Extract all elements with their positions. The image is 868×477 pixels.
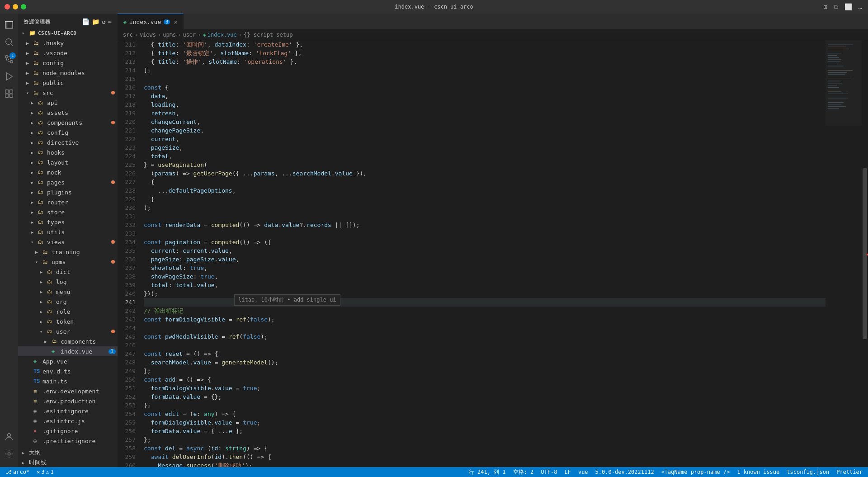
sidebar-item-utils[interactable]: ▶ 🗂 utils (18, 227, 118, 237)
root-label: CSCN-UI-ARCO (38, 30, 118, 36)
sidebar-item-types[interactable]: ▶ 🗂 types (18, 217, 118, 227)
status-errors[interactable]: ✕ 3 ⚠ 1 (35, 469, 56, 475)
folder-arrow: ▶ (31, 220, 38, 225)
sidebar-item-public[interactable]: ▶ 🗂 public (18, 78, 118, 88)
sidebar-item-pages[interactable]: ▶ 🗂 pages (18, 177, 118, 187)
code-line-242: // 弹出框标记 (144, 307, 826, 315)
status-issues[interactable]: 1 known issue (735, 469, 781, 475)
minimize-button[interactable] (13, 4, 18, 9)
tab-close-icon[interactable]: ✕ (174, 18, 177, 25)
sidebar-item-prettierignore[interactable]: ◎ .prettierignore (18, 436, 118, 446)
sidebar-item-upms[interactable]: ▾ 🗂 upms (18, 257, 118, 267)
sidebar-item-index-vue[interactable]: ◈ index.vue 3 (18, 346, 118, 356)
sidebar-item-app-vue[interactable]: ◈ App.vue (18, 356, 118, 366)
refresh-icon[interactable]: ↺ (102, 18, 106, 25)
status-encoding[interactable]: UTF-8 (539, 469, 559, 475)
folder-label-assets: assets (47, 109, 118, 116)
sidebar-item-components[interactable]: ▶ 🗂 components (18, 118, 118, 128)
ts-file-icon: TS (33, 368, 42, 374)
search-icon[interactable] (1, 34, 17, 50)
sidebar-item-assets[interactable]: ▶ 🗂 assets (18, 108, 118, 118)
breadcrumb-user[interactable]: user (183, 32, 196, 38)
status-spaces[interactable]: 空格: 2 (511, 468, 536, 476)
source-control-icon[interactable]: 1 (1, 52, 17, 67)
sidebar-item-main-ts[interactable]: TS main.ts (18, 376, 118, 386)
folder-label-mock: mock (47, 169, 118, 176)
run-icon[interactable] (1, 69, 17, 84)
explorer-icon[interactable] (1, 17, 17, 33)
sidebar-item-hooks[interactable]: ▶ 🗂 hooks (18, 147, 118, 157)
code-line-219: refresh, (144, 109, 826, 118)
folder-icon-role: 🗂 (47, 308, 55, 315)
sidebar-item-store[interactable]: ▶ 🗂 store (18, 207, 118, 217)
breadcrumb-file[interactable]: ◈ index.vue (203, 32, 237, 38)
split-icon[interactable]: ⧉ (831, 2, 840, 12)
sidebar-item-user[interactable]: ▾ 🗂 user (18, 326, 118, 336)
sidebar-item-router[interactable]: ▶ 🗂 router (18, 197, 118, 207)
breadcrumb-views[interactable]: views (140, 32, 156, 38)
sidebar-item-layout[interactable]: ▶ 🗂 layout (18, 157, 118, 167)
code-line-248: searchModel.value = generateModel(); (144, 358, 826, 367)
sidebar-item-husky[interactable]: ▶ 🗂 .husky (18, 38, 118, 48)
sidebar-item-role[interactable]: ▶ 🗂 role (18, 307, 118, 316)
folder-label-components2: components (61, 338, 118, 345)
sidebar-item-log[interactable]: ▶ 🗂 log (18, 277, 118, 287)
sidebar-item-env-d-ts[interactable]: TS env.d.ts (18, 366, 118, 376)
sidebar-item-org[interactable]: ▶ 🗂 org (18, 297, 118, 307)
sidebar-item-dict[interactable]: ▶ 🗂 dict (18, 267, 118, 277)
sidebar-item-dajuan[interactable]: ▶ 大纲 (18, 448, 118, 458)
status-tsconfig[interactable]: tsconfig.json (785, 469, 831, 475)
sidebar-item-gitignore[interactable]: ⋄ .gitignore (18, 426, 118, 436)
sidebar-item-components2[interactable]: ▶ 🗂 components (18, 336, 118, 346)
sidebar-item-views[interactable]: ▾ 🗂 views (18, 237, 118, 247)
maximize-button[interactable] (21, 4, 26, 9)
status-lineending[interactable]: LF (562, 469, 572, 475)
sidebar-item-eslintrc[interactable]: ◉ .eslintrc.js (18, 416, 118, 426)
sidebar-item-config[interactable]: ▶ 🗂 config (18, 58, 118, 68)
account-icon[interactable] (1, 429, 17, 444)
more-icon[interactable]: … (856, 2, 864, 12)
tree-root[interactable]: ▾ 📁 CSCN-UI-ARCO (18, 28, 118, 38)
status-language[interactable]: vue (576, 469, 590, 475)
sidebar-item-api[interactable]: ▶ 🗂 api (18, 98, 118, 108)
sidebar-item-menu[interactable]: ▶ 🗂 menu (18, 287, 118, 297)
tab-index-vue[interactable]: ◈ index.vue 3 ✕ (118, 14, 184, 29)
panel-icon[interactable]: ⬜ (842, 2, 854, 12)
status-position[interactable]: 行 241, 列 1 (467, 468, 508, 476)
breadcrumb-src[interactable]: src (123, 32, 133, 38)
status-version[interactable]: 5.0.0-dev.20221112 (594, 469, 656, 475)
issues-text: 1 known issue (737, 469, 779, 475)
breadcrumb-upms[interactable]: upms (163, 32, 176, 38)
code-line-250: const add = () => { (144, 375, 826, 384)
breadcrumb-script[interactable]: {} script setup (244, 32, 292, 38)
status-branch[interactable]: ⎇ arco* (4, 469, 31, 475)
sidebar-item-node-modules[interactable]: ▶ 🗂 node_modules (18, 68, 118, 78)
new-folder-icon[interactable]: 📁 (92, 18, 100, 25)
sidebar-item-config2[interactable]: ▶ 🗂 config (18, 128, 118, 137)
folder-arrow: ▶ (31, 130, 38, 135)
code-editor[interactable]: { title: '回时间', dataIndex: 'createIme' }… (140, 40, 826, 467)
sidebar-item-vscode[interactable]: ▶ 🗂 .vscode (18, 48, 118, 58)
sidebar-item-plugins[interactable]: ▶ 🗂 plugins (18, 187, 118, 197)
sidebar-item-env-development[interactable]: ≡ .env.development (18, 386, 118, 396)
settings-icon[interactable] (1, 446, 17, 462)
sidebar-item-training[interactable]: ▶ 🗂 training (18, 247, 118, 257)
folder-label-hooks: hooks (47, 149, 118, 156)
status-tagname[interactable]: <TagName prop-name /> (660, 469, 732, 475)
sidebar-item-env-production[interactable]: ≡ .env.production (18, 396, 118, 406)
sidebar-item-src[interactable]: ▾ 🗂 src (18, 88, 118, 98)
collapse-icon[interactable]: ⋯ (108, 18, 112, 25)
sidebar-item-shijian[interactable]: ▶ 时间线 (18, 458, 118, 467)
scrollbar[interactable] (862, 40, 868, 467)
window-controls[interactable] (5, 4, 26, 9)
sidebar-item-mock[interactable]: ▶ 🗂 mock (18, 167, 118, 177)
close-button[interactable] (5, 4, 10, 9)
status-prettier[interactable]: Prettier (835, 469, 864, 475)
extensions-icon[interactable] (1, 86, 17, 101)
new-file-icon[interactable]: 📄 (82, 18, 90, 25)
sidebar-item-directive[interactable]: ▶ 🗂 directive (18, 137, 118, 147)
sidebar-item-token[interactable]: ▶ 🗂 token (18, 316, 118, 326)
layout-icon[interactable]: ⊞ (821, 2, 829, 12)
folder-icon-hooks: 🗂 (38, 149, 46, 156)
sidebar-item-eslintignore[interactable]: ◉ .eslintignore (18, 406, 118, 416)
